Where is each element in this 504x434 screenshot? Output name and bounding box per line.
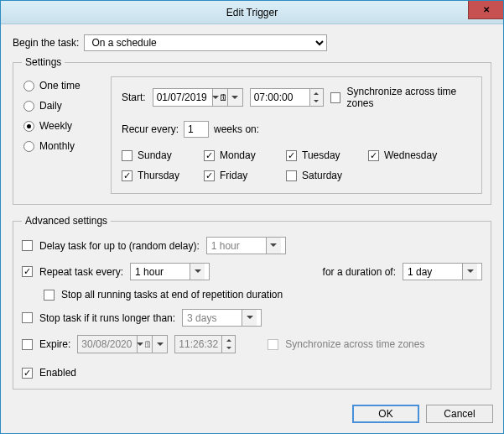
expire-date-input: [78, 336, 137, 353]
settings-legend: Settings: [22, 56, 65, 68]
expire-time-field: [174, 335, 236, 353]
ok-button[interactable]: OK: [352, 405, 419, 423]
radio-one-time[interactable]: One time: [23, 80, 101, 92]
chevron-down-icon: [242, 310, 257, 326]
chevron-down-icon[interactable]: [190, 264, 205, 280]
chevron-down-icon: [152, 336, 167, 353]
delay-value: [207, 238, 266, 254]
settings-fieldset: Settings One time Daily Weekly Monthly S…: [13, 56, 491, 205]
delay-checkbox[interactable]: [22, 240, 33, 251]
sync-tz-label: Synchronize across time zones: [347, 86, 471, 109]
start-date-field[interactable]: 🗓: [153, 88, 243, 107]
time-spinner[interactable]: [309, 89, 323, 106]
repeat-label: Repeat task every:: [39, 266, 123, 278]
day-tuesday-label: Tuesday: [302, 149, 340, 161]
day-thursday-label: Thursday: [138, 170, 179, 181]
recur-prefix: Recur every:: [122, 123, 179, 135]
time-spinner: [221, 336, 235, 353]
enabled-checkbox[interactable]: [22, 368, 33, 379]
calendar-icon[interactable]: 🗓: [212, 89, 227, 106]
recur-row: Recur every: weeks on:: [122, 121, 471, 138]
day-thursday-checkbox[interactable]: [122, 170, 132, 181]
day-monday-label: Monday: [220, 149, 256, 161]
stop-if-longer-combo: [182, 309, 262, 327]
stop-at-end-row: Stop all running tasks at end of repetit…: [44, 289, 482, 301]
expire-time-input: [175, 336, 221, 353]
recur-value-input[interactable]: [184, 121, 209, 138]
repeat-checkbox[interactable]: [22, 266, 33, 277]
titlebar: Edit Trigger: [1, 1, 503, 24]
chevron-down-icon[interactable]: [462, 264, 477, 280]
expire-row: Expire: 🗓 Sy: [22, 335, 482, 353]
calendar-icon: 🗓: [137, 336, 152, 353]
begin-task-select[interactable]: On a schedule: [84, 34, 327, 51]
recur-suffix: weeks on:: [214, 123, 259, 135]
expire-sync-label: Synchronize across time zones: [285, 338, 424, 350]
day-saturday-label: Saturday: [302, 170, 342, 181]
schedule-detail-box: Start: 🗓: [111, 76, 482, 194]
radio-daily[interactable]: Daily: [23, 100, 101, 112]
chevron-down-icon: [222, 344, 235, 353]
day-saturday-checkbox[interactable]: [286, 170, 297, 181]
duration-combo[interactable]: [403, 263, 482, 280]
window-title: Edit Trigger: [226, 7, 278, 18]
expire-date-field: 🗓: [77, 335, 168, 353]
content-area: Begin the task: On a schedule Settings O…: [1, 24, 503, 398]
expire-label: Expire:: [39, 338, 70, 350]
day-tuesday-checkbox[interactable]: [286, 150, 297, 161]
day-wednesday-label: Wednesday: [384, 149, 437, 161]
chevron-up-icon: [222, 336, 235, 344]
close-icon[interactable]: [468, 1, 503, 19]
expire-checkbox[interactable]: [22, 339, 33, 350]
enabled-row: Enabled: [22, 367, 482, 379]
begin-task-label: Begin the task:: [13, 37, 79, 49]
stop-at-end-label: Stop all running tasks at end of repetit…: [61, 289, 283, 301]
chevron-down-icon: [266, 238, 281, 254]
chevron-up-icon[interactable]: [310, 89, 323, 97]
day-friday-checkbox[interactable]: [204, 170, 215, 181]
day-monday-checkbox[interactable]: [204, 150, 215, 161]
radio-monthly[interactable]: Monthly: [23, 140, 101, 152]
stop-if-longer-checkbox[interactable]: [22, 312, 33, 323]
repeat-combo[interactable]: [130, 263, 210, 280]
repeat-value[interactable]: [131, 264, 190, 280]
delay-label: Delay task for up to (random delay):: [39, 240, 200, 252]
stop-if-longer-row: Stop task if it runs longer than:: [22, 309, 482, 327]
delay-combo: [206, 237, 286, 254]
expire-sync-checkbox: [268, 339, 278, 350]
day-sunday-label: Sunday: [138, 149, 172, 161]
day-sunday-checkbox[interactable]: [122, 150, 132, 161]
stop-if-longer-value: [183, 310, 242, 326]
chevron-down-icon[interactable]: [227, 89, 242, 106]
radio-weekly[interactable]: Weekly: [23, 120, 101, 132]
chevron-down-icon[interactable]: [310, 97, 323, 106]
day-friday-label: Friday: [220, 170, 247, 181]
advanced-fieldset: Advanced settings Delay task for up to (…: [13, 215, 491, 390]
day-wednesday-checkbox[interactable]: [368, 150, 379, 161]
stop-at-end-checkbox[interactable]: [44, 290, 55, 301]
start-row: Start: 🗓: [122, 86, 471, 109]
edit-trigger-window: Edit Trigger Begin the task: On a schedu…: [0, 0, 504, 434]
stop-if-longer-label: Stop task if it runs longer than:: [39, 312, 175, 324]
cancel-button[interactable]: Cancel: [426, 405, 493, 423]
dialog-buttons: OK Cancel: [1, 398, 503, 433]
start-date-input[interactable]: [153, 89, 212, 106]
advanced-legend: Advanced settings: [22, 215, 111, 227]
start-time-field[interactable]: [250, 88, 324, 107]
sync-tz-checkbox[interactable]: [330, 92, 340, 103]
begin-task-row: Begin the task: On a schedule: [13, 34, 491, 51]
weekday-grid: Sunday Monday Tuesday Wednesday Thursday…: [122, 149, 471, 181]
enabled-label: Enabled: [39, 367, 76, 379]
expire-sync-group: Synchronize across time zones: [268, 338, 424, 350]
start-label: Start:: [122, 92, 146, 103]
repeat-row: Repeat task every: for a duration of:: [22, 263, 482, 280]
start-time-input[interactable]: [251, 89, 309, 106]
schedule-type-column: One time Daily Weekly Monthly: [22, 76, 102, 194]
delay-row: Delay task for up to (random delay):: [22, 237, 482, 254]
duration-label: for a duration of:: [323, 266, 396, 278]
duration-value[interactable]: [403, 264, 462, 280]
